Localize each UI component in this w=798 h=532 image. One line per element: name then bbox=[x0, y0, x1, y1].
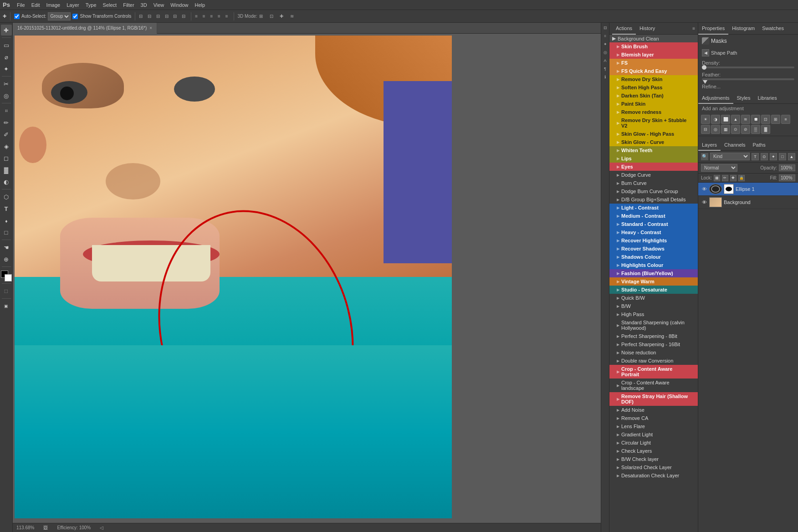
zoom-tool-btn[interactable]: ⊕ bbox=[1, 254, 12, 265]
action-item-24[interactable]: ▶Recover Shadows bbox=[609, 245, 698, 253]
feather-thumb[interactable] bbox=[703, 80, 707, 84]
styles-tab[interactable]: Styles bbox=[733, 93, 754, 104]
action-item-40[interactable]: ▶Remove Stray Hair (Shallow DOF) bbox=[609, 392, 698, 406]
action-item-4[interactable]: ▶Remove Dry Skin bbox=[609, 75, 698, 83]
action-item-6[interactable]: ▶Darken Skin (Tan) bbox=[609, 92, 698, 100]
action-item-42[interactable]: ▶Remove CA bbox=[609, 414, 698, 422]
menu-image[interactable]: Image bbox=[43, 0, 64, 10]
layer-item-ellipse[interactable]: 👁 Ellipse 1 bbox=[698, 183, 798, 196]
action-item-20[interactable]: ▶Medium - Contrast bbox=[609, 212, 698, 220]
layer-visibility-ellipse[interactable]: 👁 bbox=[701, 186, 707, 192]
shape-tool-btn[interactable]: □ bbox=[1, 227, 12, 238]
adj-posterize-icon[interactable]: ⊙ bbox=[731, 125, 740, 134]
action-item-30[interactable]: ▶Quick B/W bbox=[609, 294, 698, 302]
action-item-9[interactable]: ▶Remove Dry Skin + Stubble V2 bbox=[609, 116, 698, 130]
hand-tool-btn[interactable]: ☚ bbox=[1, 242, 12, 253]
quick-mask-btn[interactable]: ⬚ bbox=[1, 286, 12, 297]
layer-filter-select[interactable]: Kind bbox=[710, 153, 750, 160]
action-item-12[interactable]: ▶Whiten Teeth bbox=[609, 146, 698, 154]
adj-color-balance-icon[interactable]: ⊡ bbox=[761, 115, 770, 124]
adj-invert-icon[interactable]: ▦ bbox=[721, 125, 730, 134]
adj-threshold-icon[interactable]: ⊘ bbox=[741, 125, 750, 134]
action-item-21[interactable]: ▶Standard - Contrast bbox=[609, 220, 698, 228]
adj-bw-icon[interactable]: ⊞ bbox=[771, 115, 780, 124]
menu-view[interactable]: View bbox=[150, 0, 168, 10]
move-tool-btn[interactable]: ✚ bbox=[1, 25, 12, 36]
menu-help[interactable]: Help bbox=[191, 0, 208, 10]
action-item-36[interactable]: ▶Noise reduction bbox=[609, 348, 698, 357]
action-item-10[interactable]: ▶Skin Glow - High Pass bbox=[609, 130, 698, 138]
action-group-bg-clean[interactable]: ▶ Background Clean bbox=[609, 35, 698, 42]
action-item-27[interactable]: ▶Fashion (Blue/Yellow) bbox=[609, 269, 698, 277]
adj-exposure-icon[interactable]: ▲ bbox=[731, 115, 740, 124]
color-swatches[interactable] bbox=[1, 271, 12, 281]
fill-input[interactable] bbox=[779, 174, 795, 181]
action-item-3[interactable]: ▶FS Quick And Easy bbox=[609, 67, 698, 75]
history-tab[interactable]: History bbox=[636, 23, 659, 35]
path-select-btn[interactable]: ⬧ bbox=[1, 215, 12, 226]
transform-controls-checkbox[interactable] bbox=[72, 14, 78, 19]
gradient-tool-btn[interactable]: ▓ bbox=[1, 164, 12, 175]
pen-tool-btn[interactable]: ⬡ bbox=[1, 191, 12, 202]
menu-edit[interactable]: Edit bbox=[28, 0, 43, 10]
lasso-tool-btn[interactable]: ⌀ bbox=[1, 51, 12, 62]
layer-visibility-bg[interactable]: 👁 bbox=[701, 199, 707, 205]
action-item-38[interactable]: ▶Crop - Content Aware Portrait bbox=[609, 365, 698, 379]
action-item-1[interactable]: ▶Blemish layer bbox=[609, 51, 698, 59]
action-item-43[interactable]: ▶Lens Flare bbox=[609, 422, 698, 430]
clone-tool-btn[interactable]: ✐ bbox=[1, 129, 12, 140]
action-item-31[interactable]: ▶B/W bbox=[609, 302, 698, 310]
type-tool-btn[interactable]: T bbox=[1, 203, 12, 214]
layer-type-filter[interactable]: T bbox=[752, 153, 759, 160]
heal-tool-btn[interactable]: ⌗ bbox=[1, 105, 12, 116]
adj-selective-color-icon[interactable]: ▓ bbox=[761, 125, 770, 134]
lock-transparent-btn[interactable]: ▦ bbox=[714, 175, 720, 181]
screen-mode-btn[interactable]: ▣ bbox=[1, 301, 12, 312]
action-item-5[interactable]: ▶Soften High Pass bbox=[609, 83, 698, 92]
adj-brightness-icon[interactable]: ☀ bbox=[701, 115, 710, 124]
menu-3d[interactable]: 3D bbox=[138, 0, 150, 10]
action-item-19[interactable]: ▶Light - Contrast bbox=[609, 204, 698, 212]
panel-btn-2[interactable]: ⌗ bbox=[602, 33, 609, 39]
eyedropper-tool-btn[interactable]: ◎ bbox=[1, 90, 12, 101]
action-item-32[interactable]: ▶High Pass bbox=[609, 310, 698, 318]
background-color[interactable] bbox=[5, 274, 12, 281]
swatches-tab[interactable]: Swatches bbox=[758, 23, 788, 35]
auto-select-checkbox[interactable] bbox=[14, 14, 20, 19]
panel-btn-7[interactable]: ℹ bbox=[602, 74, 609, 80]
eraser-tool-btn[interactable]: ◻ bbox=[1, 153, 12, 164]
feather-slider[interactable] bbox=[702, 78, 794, 80]
brush-tool-btn[interactable]: ✏ bbox=[1, 117, 12, 128]
panel-btn-3[interactable]: ✦ bbox=[602, 41, 609, 47]
action-item-45[interactable]: ▶Circular Light bbox=[609, 439, 698, 447]
action-item-34[interactable]: ▶Perfect Sharpening - 8Bit bbox=[609, 332, 698, 340]
lock-pixels-btn[interactable]: ✏ bbox=[722, 175, 728, 181]
density-thumb[interactable] bbox=[702, 65, 706, 70]
action-item-44[interactable]: ▶Gradient Light bbox=[609, 430, 698, 439]
marquee-tool-btn[interactable]: ▭ bbox=[1, 40, 12, 51]
action-item-23[interactable]: ▶Recover Highlights bbox=[609, 236, 698, 245]
action-item-2[interactable]: ▶FS bbox=[609, 59, 698, 67]
adj-hsl-icon[interactable]: 🔲 bbox=[751, 115, 760, 124]
menu-file[interactable]: File bbox=[14, 0, 28, 10]
adj-photo-filter-icon[interactable]: ≡ bbox=[781, 115, 790, 124]
action-item-41[interactable]: ▶Add Noise bbox=[609, 406, 698, 414]
panel-btn-4[interactable]: ◎ bbox=[602, 49, 609, 56]
layers-tab[interactable]: Layers bbox=[698, 140, 721, 151]
blend-mode-select[interactable]: Normal bbox=[701, 164, 737, 172]
menu-select[interactable]: Select bbox=[100, 0, 120, 10]
panel-btn-6[interactable]: ¶ bbox=[602, 66, 609, 72]
action-item-25[interactable]: ▶Shadows Colour bbox=[609, 253, 698, 261]
opacity-input[interactable] bbox=[779, 164, 795, 171]
menu-window[interactable]: Window bbox=[167, 0, 191, 10]
action-item-29[interactable]: ▶Studio - Desaturate bbox=[609, 286, 698, 294]
action-item-49[interactable]: ▶Desaturation Check Layer bbox=[609, 471, 698, 480]
shape-path-arrow[interactable]: ◀ bbox=[702, 49, 709, 56]
menu-layer[interactable]: Layer bbox=[63, 0, 82, 10]
action-item-17[interactable]: ▶Dodge Burn Curve Group bbox=[609, 187, 698, 195]
adj-color-lookup-icon[interactable]: ◎ bbox=[711, 125, 720, 134]
lock-all-btn[interactable]: 🔒 bbox=[738, 175, 745, 181]
action-item-18[interactable]: ▶D/B Group Big+Small Details bbox=[609, 195, 698, 204]
action-item-33[interactable]: ▶Standard Sharpening (calvin Hollywood) bbox=[609, 318, 698, 332]
density-slider[interactable] bbox=[702, 66, 794, 68]
